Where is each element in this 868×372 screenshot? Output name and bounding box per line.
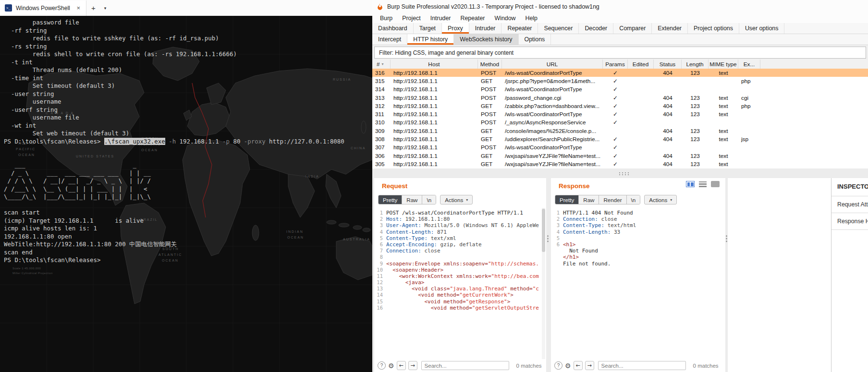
layout-rows-icon[interactable] (699, 181, 707, 187)
subtab-options[interactable]: Options (519, 34, 551, 45)
gear-icon[interactable]: ⚙ (388, 362, 394, 370)
http-history-row[interactable]: 308http://192.168.1.1GET/uddiexplorer/Se… (372, 135, 868, 143)
panel-splitter-handle-icon[interactable] (547, 235, 549, 243)
subtab-http-history[interactable]: HTTP history (407, 34, 454, 45)
proxy-sub-tab-bar: InterceptHTTP historyWebSockets historyO… (372, 34, 868, 45)
response-search-input[interactable] (598, 361, 686, 370)
help-icon[interactable]: ? (554, 361, 562, 370)
menu-burp[interactable]: Burp (375, 15, 397, 22)
response-tab-raw[interactable]: Raw (578, 195, 599, 204)
menu-window[interactable]: Window (489, 15, 520, 22)
code-line: 2Connection: close (551, 216, 725, 222)
tab-target[interactable]: Target (414, 23, 442, 34)
terminal-body[interactable]: C A N A D ARUSSIAUNITED STATESCHINAINDIA… (0, 16, 372, 372)
inspector-section-response-headers[interactable]: Response Headers (831, 213, 868, 230)
http-history-row[interactable]: 309http://192.168.1.1GET/console/images/… (372, 127, 868, 135)
col-header-edited[interactable]: Edited (628, 60, 654, 69)
tab-comparer[interactable]: Comparer (613, 23, 652, 34)
request-tab-raw[interactable]: Raw (402, 195, 422, 204)
col-header-url[interactable]: URL (502, 60, 603, 69)
menu-repeater[interactable]: Repeater (455, 15, 489, 22)
prev-match-button[interactable]: ← (397, 361, 406, 370)
gear-icon[interactable]: ⚙ (565, 362, 571, 370)
col-header-ex[interactable]: Ex... (738, 60, 760, 69)
layout-columns-icon[interactable] (686, 181, 695, 187)
response-actions-button[interactable]: Actions▾ (644, 195, 677, 204)
http-history-table: #▾HostMethodURLParamsEditedStatusLengthM… (372, 60, 868, 168)
http-history-row[interactable]: 307http://192.168.1.1POST/wls-wsat/Coord… (372, 144, 868, 152)
code-seg: <soapenv:Header> (386, 267, 443, 273)
code-seg: POST /wls-wsat/CoordinatorPortType HTTP/… (386, 210, 523, 216)
cell-method: GET (478, 102, 502, 110)
request-search-input[interactable] (421, 361, 509, 370)
col-header-status[interactable]: Status (654, 60, 682, 69)
http-history-row[interactable]: 312http://192.168.1.1GET/zabbix.php?acti… (372, 102, 868, 110)
response-tab-render[interactable]: Render (599, 195, 626, 204)
tab-user-options[interactable]: User options (739, 23, 785, 34)
panel-splitter-handle-icon[interactable] (726, 235, 727, 243)
tab-project-options[interactable]: Project options (688, 23, 739, 34)
tab-intruder[interactable]: Intruder (469, 23, 502, 34)
layout-single-icon[interactable] (711, 181, 720, 187)
tab-proxy[interactable]: Proxy (442, 23, 469, 34)
tab-decoder[interactable]: Decoder (579, 23, 613, 34)
cell-mime (709, 77, 738, 85)
code-line: 4Content-Length: 33 (551, 229, 725, 235)
horizontal-splitter[interactable] (372, 168, 868, 178)
col-header-item[interactable]: #▾ (372, 60, 391, 69)
response-tab-pretty[interactable]: Pretty (555, 195, 578, 204)
cell-length: 123 (682, 94, 709, 102)
cell-mime: text (709, 135, 738, 143)
response-editor[interactable]: 1HTTP/1.1 404 Not Found2Connection: clos… (551, 208, 725, 359)
prev-match-button[interactable]: ← (574, 361, 583, 370)
tab-dropdown-icon[interactable]: ▾ (100, 6, 110, 11)
request-scrollbar-thumb[interactable] (542, 209, 545, 252)
col-header-host[interactable]: Host (391, 60, 478, 69)
terminal-tab-powershell[interactable]: >_ Windows PowerShell × (0, 0, 86, 16)
col-header-method[interactable]: Method (478, 60, 502, 69)
cell-method: GET (478, 152, 502, 160)
subtab-intercept[interactable]: Intercept (372, 34, 407, 45)
menu-intruder[interactable]: Intruder (426, 15, 456, 22)
request-tab-n[interactable]: \n (422, 195, 436, 204)
http-history-row[interactable]: 316http://192.168.1.1POST/wls-wsat/Coord… (372, 69, 868, 77)
tab-dashboard[interactable]: Dashboard (372, 23, 414, 34)
http-history-row[interactable]: 314http://192.168.1.1POST/wls-wsat/Coord… (372, 85, 868, 94)
response-tab-n[interactable]: \n (626, 195, 640, 204)
col-header-length[interactable]: Length (682, 60, 709, 69)
splitter-handle-icon[interactable] (618, 172, 631, 176)
request-view-tabs: PrettyRaw\n (378, 195, 436, 204)
tab-repeater[interactable]: Repeater (501, 23, 538, 34)
http-history-row[interactable]: 311http://192.168.1.1POST/wls-wsat/Coord… (372, 110, 868, 119)
http-history-row[interactable]: 306http://192.168.1.1GET/wxjsapi/saveYZJ… (372, 152, 868, 160)
http-history-row[interactable]: 305http://192.168.1.1GET/wxjsapi/saveYZJ… (372, 160, 868, 168)
code-seg: <soapenv:Envelope xmlns:soapenv= (386, 261, 488, 267)
menu-project[interactable]: Project (397, 15, 426, 22)
http-history-row[interactable]: 313http://192.168.1.1POST/password_chang… (372, 94, 868, 102)
col-header-mime-type[interactable]: MIME type (709, 60, 738, 69)
next-match-button[interactable]: → (408, 361, 417, 370)
terminal-seg: .\fscan_upx32.exe (104, 138, 165, 145)
new-tab-button[interactable]: + (86, 4, 100, 12)
terminal-line: -rs string (4, 43, 372, 51)
tab-extender[interactable]: Extender (652, 23, 688, 34)
code-line: 14 <void method="getCurrentWork"> (374, 292, 546, 298)
tab-sequencer[interactable]: Sequencer (538, 23, 579, 34)
code-seg: Connection: (563, 216, 598, 222)
col-header-params[interactable]: Params (603, 60, 628, 69)
tab-close-icon[interactable]: × (75, 4, 81, 12)
http-history-row[interactable]: 315http://192.168.1.1GET/jsrpc.php?type=… (372, 77, 868, 85)
line-number: 8 (374, 254, 386, 260)
request-tab-pretty[interactable]: Pretty (379, 195, 402, 204)
terminal-output[interactable]: password file -rf string redis file to w… (4, 19, 372, 372)
help-icon[interactable]: ? (378, 361, 386, 370)
inspector-section-request-attributes[interactable]: Request Attributes (831, 196, 868, 213)
next-match-button[interactable]: → (585, 361, 594, 370)
filter-bar[interactable]: Filter: Hiding CSS, image and general bi… (374, 47, 866, 59)
request-editor[interactable]: 1POST /wls-wsat/CoordinatorPortType HTTP… (374, 208, 546, 359)
menu-help[interactable]: Help (521, 15, 542, 22)
http-history-row[interactable]: 310http://192.168.1.1POST/_async/AsyncRe… (372, 119, 868, 127)
request-scrollbar[interactable] (542, 208, 545, 359)
subtab-websockets-history[interactable]: WebSockets history (454, 34, 518, 45)
request-actions-button[interactable]: Actions▾ (440, 195, 473, 204)
